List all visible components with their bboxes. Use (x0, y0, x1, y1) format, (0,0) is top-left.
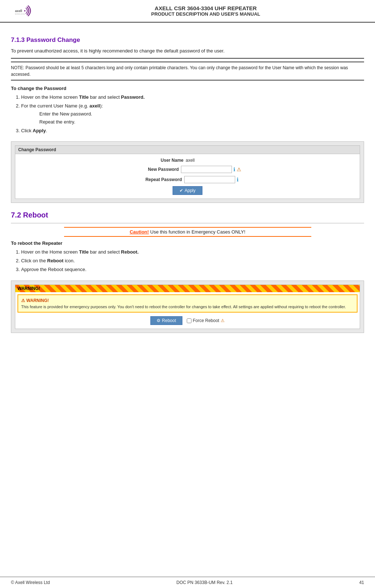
new-password-input[interactable] (181, 166, 232, 173)
bold-password: Password. (121, 94, 145, 100)
instruction-title-72: To reboot the Repeater (11, 240, 364, 246)
note-box: NOTE: Password should be at least 5 char… (11, 62, 364, 81)
section-713-heading: 7.1.3 Password Change (11, 36, 364, 44)
apply-button[interactable]: ✔ Apply (173, 186, 202, 195)
list-item: Hover on the Home screen Title bar and s… (21, 248, 364, 256)
list-item: Approve the Reboot sequence. (21, 266, 364, 274)
reboot-ui-box: WARNING! ⚠ WARNING! This feature is prov… (11, 281, 364, 333)
bold-reboot-2: Reboot (47, 258, 64, 263)
main-content: 7.1.3 Password Change To prevent unautho… (0, 23, 375, 348)
header-title-sub: PRODUCT DESCRIPTION AND USER'S MANUAL (44, 11, 368, 17)
step-repeat: Repeat the entry. (39, 118, 364, 126)
force-reboot-label[interactable]: Force Reboot ⚠ (187, 318, 225, 323)
header-title-main: AXELL CSR 3604-3304 UHF REPEATER (44, 5, 368, 11)
force-reboot-checkbox[interactable] (187, 318, 192, 323)
caution-text: Use this function in Emergency Cases ONL… (149, 229, 245, 235)
username-label: User Name (138, 158, 186, 163)
section-72-heading: 7.2 Reboot (11, 211, 364, 219)
instructions-72: Hover on the Home screen Title bar and s… (21, 248, 364, 274)
section-713-intro: To prevent unauthorized access, it is hi… (11, 47, 364, 55)
instruction-title-713: To change the Password (11, 86, 364, 91)
bold-apply: Apply (33, 128, 46, 133)
list-item: For the current User Name (e.g. axell): … (21, 102, 364, 126)
instructions-713: Hover on the Home screen Title bar and s… (21, 93, 364, 135)
svg-point-0 (24, 10, 25, 12)
reboot-box: WARNING! ⚠ WARNING! This feature is prov… (15, 285, 360, 329)
bold-title: Title (79, 94, 89, 100)
change-password-form: Change Password User Name axell New Pass… (15, 145, 360, 199)
new-password-row: New Password ℹ ⚠ (15, 166, 360, 173)
new-password-icons: ℹ ⚠ (233, 166, 241, 172)
bold-axell: axell (90, 103, 100, 109)
logo-area: axell WIRELESS (4, 4, 44, 18)
svg-text:axell: axell (15, 9, 22, 13)
warning-label: WARNING! (17, 286, 40, 291)
change-password-ui-box: Change Password User Name axell New Pass… (11, 141, 364, 203)
warning-text: This feature is provided for emergency p… (21, 305, 346, 309)
warning-content: ⚠ WARNING! This feature is provided for … (17, 294, 358, 313)
bold-title-2: Title (79, 249, 89, 255)
list-item: Hover on the Home screen Title bar and s… (21, 93, 364, 101)
apply-button-row: ✔ Apply (15, 186, 360, 195)
svg-text:WIRELESS: WIRELESS (15, 13, 25, 15)
list-item: Click on the Reboot icon. (21, 257, 364, 265)
info-icon: ℹ (233, 166, 235, 172)
reboot-button-row: ⚙ Reboot Force Reboot ⚠ (15, 316, 360, 325)
reboot-gear-icon: ⚙ (157, 318, 161, 323)
footer-copyright: © Axell Wireless Ltd (11, 580, 50, 585)
caution-word: Caution! (130, 229, 149, 235)
page-header: axell WIRELESS AXELL CSR 3604-3304 UHF R… (0, 0, 375, 23)
username-value: axell (186, 158, 237, 163)
force-reboot-text: Force Reboot (193, 318, 220, 323)
warning-label-bold: ⚠ WARNING! (21, 298, 49, 303)
checkmark-icon: ✔ (179, 188, 183, 193)
repeat-password-row: Repeat Password ℹ (15, 176, 360, 183)
repeat-password-input[interactable] (184, 176, 235, 183)
apply-label: Apply (185, 188, 196, 193)
divider-caution (11, 223, 364, 223)
cp-form-body: User Name axell New Password ℹ ⚠ Repeat … (15, 154, 360, 199)
warning-icon: ⚠ (237, 166, 241, 172)
warning-bar: WARNING! (15, 285, 360, 292)
reboot-button[interactable]: ⚙ Reboot (150, 316, 182, 325)
list-item: Click Apply. (21, 127, 364, 135)
info-icon-2: ℹ (237, 177, 238, 183)
repeat-password-icons: ℹ (237, 177, 238, 183)
axell-logo-icon: axell WIRELESS (15, 4, 33, 18)
bold-reboot: Reboot. (121, 249, 138, 255)
reboot-btn-label: Reboot (162, 318, 176, 323)
caution-line: Caution! Use this function in Emergency … (64, 227, 311, 237)
page-footer: © Axell Wireless Ltd DOC PN 3633B-UM Rev… (0, 577, 375, 588)
step-enter: Enter the New password. (39, 110, 364, 118)
footer-doc-number: DOC PN 3633B-UM Rev. 2.1 (177, 580, 233, 585)
divider-1 (11, 58, 364, 59)
force-reboot-warning-icon: ⚠ (221, 318, 225, 323)
username-row: User Name axell (15, 158, 360, 163)
header-title: AXELL CSR 3604-3304 UHF REPEATER PRODUCT… (44, 5, 368, 17)
new-password-label: New Password (134, 167, 181, 172)
footer-page-number: 41 (359, 580, 364, 585)
repeat-password-label: Repeat Password (137, 177, 184, 182)
cp-form-title: Change Password (15, 146, 360, 154)
